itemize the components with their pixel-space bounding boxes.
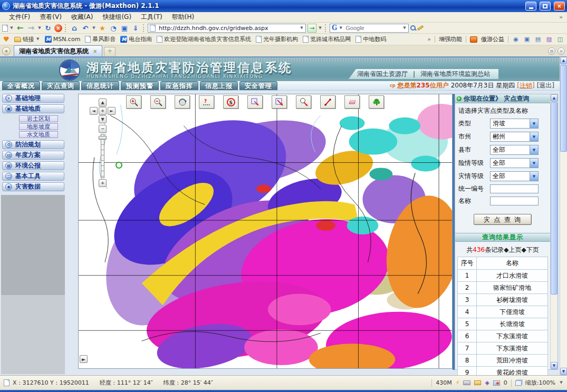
tab-active[interactable]: 湖南省地质灾害信息系统 × <box>14 45 102 56</box>
tab-close-icon[interactable]: × <box>93 48 97 54</box>
disaster-level-select[interactable]: 全部 ▼ <box>490 171 539 181</box>
forward-icon[interactable]: → <box>26 23 36 33</box>
scroll-down-icon[interactable]: ▼ <box>551 362 558 369</box>
exit-link[interactable]: [退出] <box>537 81 554 90</box>
city-select[interactable]: 郴州 ▼ <box>490 132 539 142</box>
link-baofeng[interactable]: 暴风影音 <box>85 35 116 43</box>
type-select[interactable]: 滑坡 ▼ <box>490 119 539 129</box>
pan-down-icon[interactable]: ▼ <box>99 115 107 123</box>
pan-rotate-button[interactable] <box>175 95 190 109</box>
tab-list-close-icon[interactable]: × <box>558 47 565 55</box>
table-row[interactable]: 6下东溪滑坡 <box>458 330 548 342</box>
window-icon[interactable]: ▣ <box>523 36 531 43</box>
link-land-resources[interactable]: 湖南省国土资源厅 <box>357 70 408 79</box>
favorites-heart-icon[interactable]: ♥ <box>3 35 9 43</box>
browser-scrollbar[interactable]: ▲ ▼ <box>560 57 567 375</box>
pan-right-icon[interactable]: ► <box>108 107 116 115</box>
menu-help[interactable]: 帮助(H) <box>167 12 199 22</box>
county-select[interactable]: 全部 ▼ <box>490 145 539 155</box>
link-zhongdi[interactable]: 中地数码 <box>355 35 386 43</box>
zoom-plus-icon[interactable]: + <box>99 179 107 187</box>
geological-map[interactable]: ? S ▲ <box>78 94 453 369</box>
sidebar-item-base-geography[interactable]: » 基础地理 <box>2 94 64 103</box>
skin-icon[interactable]: ◉ <box>512 36 520 43</box>
panel-scrollbar[interactable]: ▲ ▼ <box>550 94 558 369</box>
draw-line-button[interactable] <box>320 95 335 109</box>
nav-tab-overview[interactable]: 全省概况 <box>2 81 40 90</box>
pan-box-button[interactable] <box>272 95 287 109</box>
sidebar-item-env-bulletin[interactable]: ▦ 环境公报 <box>2 161 64 170</box>
link-city[interactable]: 览路城市精品网 <box>303 35 351 43</box>
enhance-features-link[interactable]: 增强功能 <box>439 35 462 43</box>
menu-view[interactable]: 查看(V) <box>35 12 66 22</box>
sidebar-item-basic-tools[interactable]: ◫ 基本工具 <box>2 172 64 181</box>
chevron-down-icon[interactable]: ▼ <box>530 119 538 128</box>
name-input[interactable] <box>490 197 539 205</box>
history-dropdown-icon[interactable]: ▼ <box>37 23 42 33</box>
pan-left-icon[interactable]: ◄ <box>90 107 98 115</box>
chevron-down-icon[interactable]: ▼ <box>530 172 538 181</box>
scroll-up-icon[interactable]: ▲ <box>560 57 567 64</box>
nav-tab-report[interactable]: 信息上报 <box>200 81 238 90</box>
stop-tool-button[interactable]: S <box>223 95 238 109</box>
zoom-box-button[interactable] <box>247 95 263 109</box>
prev-page-link[interactable]: ◆上页 <box>504 246 521 253</box>
search-icon[interactable] <box>410 25 416 31</box>
chevron-down-icon[interactable]: ▼ <box>530 132 538 141</box>
favorites-star-icon[interactable]: ★ <box>2 47 11 55</box>
menu-favorites[interactable]: 收藏(A) <box>66 12 98 22</box>
history-icon[interactable]: ◔ <box>109 23 118 33</box>
zoom-dropdown-icon[interactable]: ▼ <box>559 378 563 388</box>
maxthon-charity-link[interactable]: 傲游公益 <box>481 35 504 43</box>
maximize-button[interactable] <box>540 2 551 11</box>
measure-button[interactable]: ? <box>199 95 214 109</box>
nav-tab-security[interactable]: 安全管理 <box>239 81 277 90</box>
download-icon[interactable]: ⇓ <box>131 23 140 33</box>
pan-up-icon[interactable]: ▲ <box>99 99 107 106</box>
search-history-dropdown-icon[interactable]: ▼ <box>402 23 407 33</box>
chevron-down-icon[interactable]: ▼ <box>530 145 538 154</box>
plugin-package-icon[interactable]: ◈ <box>485 379 489 386</box>
link-photo[interactable]: 光年摄影机构 <box>256 35 298 43</box>
zoom-slider-handle[interactable] <box>99 136 107 140</box>
eraser-button[interactable] <box>344 95 360 109</box>
menu-overflow-icon[interactable]: » <box>559 14 563 21</box>
table-row[interactable]: 4下僅滑坡 <box>458 306 548 318</box>
screenshot-icon[interactable] <box>493 380 500 386</box>
nav-tab-forecast[interactable]: 预测预警 <box>121 81 159 90</box>
scroll-thumb[interactable] <box>551 102 558 295</box>
menu-file[interactable]: 文件(F) <box>4 12 35 22</box>
chevron-down-icon[interactable]: ▼ <box>530 159 538 168</box>
search-box[interactable]: G ▼ ▼ <box>330 24 409 33</box>
sidebar-item-base-geology[interactable]: ▣ 基础地质 <box>2 104 64 113</box>
links-folder[interactable]: 链接 ▼ <box>14 35 40 44</box>
zoom-minus-icon[interactable]: − <box>99 125 107 133</box>
link-radio[interactable]: M 电台指南 <box>120 35 152 43</box>
disaster-query-button[interactable]: 灾 点 查 询 <box>474 214 532 225</box>
home-icon[interactable]: ⌂ <box>70 23 79 33</box>
table-row[interactable]: 3衫树垅滑坡 <box>458 294 548 306</box>
scroll-up-icon[interactable]: ▲ <box>551 94 558 102</box>
link-welcome[interactable]: 欢迎登陆湖南省地质灾害信息系统 <box>157 35 251 43</box>
sidebar-item-prevention-plan[interactable]: ⚙ 防治规划 <box>2 140 64 149</box>
refresh-icon[interactable]: ↻ <box>43 23 53 33</box>
sidebar-item-disaster-data[interactable]: ◉ 灾害数据 <box>2 182 64 191</box>
nav-tab-emergency[interactable]: 应急指挥 <box>160 81 198 90</box>
sidebar-sub-hydrogeology[interactable]: 水文地质 <box>19 131 58 138</box>
menu-tools[interactable]: 工具(T) <box>136 12 167 22</box>
plugin-icon[interactable]: ◫ <box>556 36 564 43</box>
next-page-link[interactable]: ◆下页 <box>521 246 539 253</box>
table-row[interactable]: 2骆家恒矿滑地 <box>458 282 548 294</box>
sidebar-item-annual-plan[interactable]: ▤ 年度方案 <box>2 151 64 160</box>
close-button[interactable]: × <box>554 2 565 11</box>
table-row[interactable]: 8荒田冲滑坡 <box>458 355 548 367</box>
layer-tree-button[interactable] <box>369 95 384 109</box>
undo-dropdown-icon[interactable]: ▼ <box>92 23 96 33</box>
pan-center-icon[interactable]: + <box>99 107 107 115</box>
boost-lightning-icon[interactable]: ⚡ <box>456 379 460 386</box>
search-engine-dropdown-icon[interactable]: ▼ <box>339 23 343 33</box>
address-dropdown-icon[interactable]: ▼ <box>300 23 304 33</box>
map-pan-east-icon[interactable]: ► <box>80 355 88 363</box>
logout-link[interactable]: [注销] <box>517 81 534 90</box>
zoom-level[interactable]: 缩放:100% <box>525 379 555 387</box>
